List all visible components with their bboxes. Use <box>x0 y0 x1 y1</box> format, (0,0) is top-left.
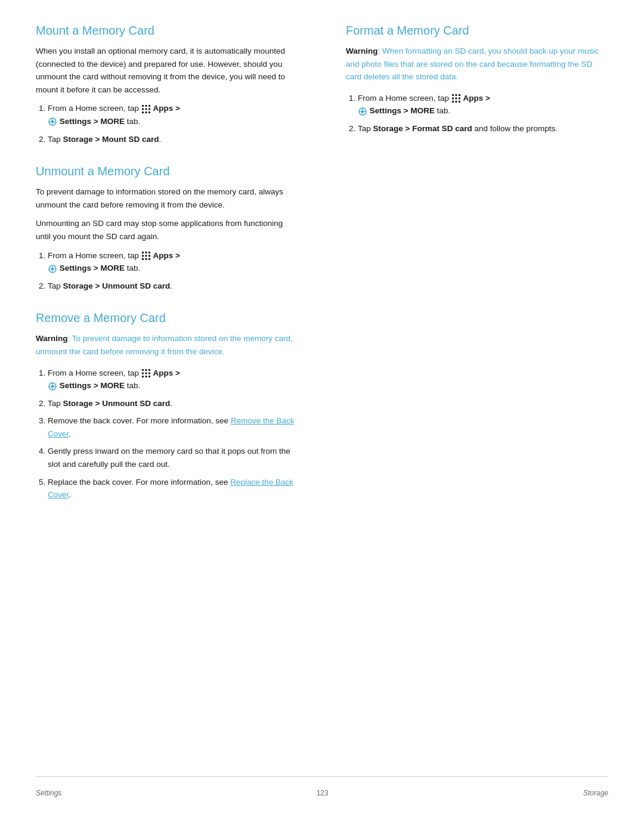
mount-step-2: Tap Storage > Mount SD card. <box>48 133 298 146</box>
svg-rect-30 <box>142 369 144 371</box>
format-step-1: From a Home screen, tap <box>358 92 608 117</box>
remove-apps-label: Apps > <box>153 368 180 377</box>
settings-icon-4 <box>358 107 367 115</box>
content-area: Mount a Memory Card When you install an … <box>36 24 608 753</box>
svg-rect-48 <box>452 98 454 100</box>
footer-page-number: 123 <box>317 789 329 797</box>
svg-rect-0 <box>142 105 144 107</box>
svg-point-25 <box>51 267 54 270</box>
unmount-settings-label: Settings > MORE <box>60 264 125 272</box>
svg-point-55 <box>361 110 364 113</box>
settings-icon-3 <box>48 382 57 390</box>
svg-rect-37 <box>145 376 147 377</box>
section-format: Format a Memory Card Warning: When forma… <box>346 24 608 135</box>
svg-rect-21 <box>142 258 144 260</box>
mount-step-1: From a Home screen, tap <box>48 102 298 128</box>
svg-rect-52 <box>455 101 457 103</box>
apps-icon-4 <box>452 94 460 102</box>
svg-rect-1 <box>145 105 147 107</box>
mount-storage-label: Storage > Mount SD card <box>63 135 159 144</box>
svg-rect-49 <box>455 98 457 100</box>
svg-rect-35 <box>148 372 150 374</box>
unmount-body1: To prevent damage to information stored … <box>36 185 298 211</box>
page-container: Mount a Memory Card When you install an … <box>0 0 644 833</box>
mount-apps-label: Apps > <box>153 104 180 113</box>
mount-settings-label: Settings > MORE <box>60 117 125 126</box>
svg-rect-3 <box>142 108 144 110</box>
section-unmount: Unmount a Memory Card To prevent damage … <box>36 165 298 292</box>
svg-rect-19 <box>145 255 147 256</box>
apps-icon-2 <box>142 251 150 259</box>
remove-step-2: Tap Storage > Unmount SD card. <box>48 397 298 410</box>
svg-rect-20 <box>148 255 150 256</box>
settings-icon-1 <box>48 117 57 125</box>
remove-step-3: Remove the back cover. For more informat… <box>48 414 298 440</box>
format-warning-text: : When formatting an SD card, you should… <box>346 47 599 81</box>
format-warning-label: Warning <box>346 47 378 55</box>
svg-rect-17 <box>148 252 150 253</box>
svg-rect-33 <box>142 372 144 374</box>
unmount-step-2: Tap Storage > Unmount SD card. <box>48 280 298 293</box>
svg-rect-22 <box>145 258 147 260</box>
format-apps-label: Apps > <box>463 94 490 103</box>
svg-rect-47 <box>459 94 460 96</box>
replace-back-cover-link[interactable]: Replace the Back Cover <box>48 478 293 500</box>
apps-icon-1 <box>142 104 150 113</box>
remove-steps: From a Home screen, tap <box>48 367 298 501</box>
format-storage-label: Storage > Format SD card <box>373 124 472 133</box>
remove-settings-label: Settings > MORE <box>60 381 125 390</box>
apps-icon-3 <box>142 368 150 377</box>
mount-steps: From a Home screen, tap <box>48 102 298 145</box>
page-footer: Settings 123 Storage <box>36 776 608 797</box>
section-remove: Remove a Memory Card Warning: To prevent… <box>36 311 298 501</box>
remove-step-4: Gently press inward on the memory card s… <box>48 445 298 470</box>
svg-rect-31 <box>145 369 147 371</box>
svg-rect-38 <box>148 376 150 377</box>
remove-title: Remove a Memory Card <box>36 311 298 325</box>
mount-title: Mount a Memory Card <box>36 24 298 38</box>
remove-unmount-label: Storage > Unmount SD card <box>63 399 171 408</box>
svg-rect-53 <box>459 101 460 103</box>
svg-rect-34 <box>145 372 147 374</box>
unmount-body2: Unmounting an SD card may stop some appl… <box>36 217 298 243</box>
svg-rect-2 <box>148 105 150 107</box>
svg-rect-16 <box>145 252 147 253</box>
remove-back-cover-link[interactable]: Remove the Back Cover <box>48 416 294 438</box>
svg-rect-6 <box>142 112 144 113</box>
svg-rect-23 <box>148 258 150 260</box>
section-mount: Mount a Memory Card When you install an … <box>36 24 298 145</box>
svg-rect-32 <box>148 369 150 371</box>
svg-rect-15 <box>142 252 144 253</box>
svg-rect-4 <box>145 108 147 110</box>
format-step-2: Tap Storage > Format SD card and follow … <box>358 122 608 135</box>
format-steps: From a Home screen, tap <box>358 92 608 135</box>
svg-rect-36 <box>142 376 144 377</box>
remove-warning-text: : To prevent damage to information store… <box>36 334 293 356</box>
right-column: Format a Memory Card Warning: When forma… <box>334 24 608 753</box>
svg-rect-51 <box>452 101 454 103</box>
mount-body: When you install an optional memory card… <box>36 45 298 96</box>
svg-rect-46 <box>455 94 457 96</box>
svg-point-10 <box>51 120 54 123</box>
format-settings-label: Settings > MORE <box>370 106 435 115</box>
svg-rect-45 <box>452 94 454 96</box>
unmount-title: Unmount a Memory Card <box>36 165 298 178</box>
svg-rect-8 <box>148 112 150 113</box>
unmount-step-1: From a Home screen, tap <box>48 249 298 275</box>
remove-warning: Warning: To prevent damage to informatio… <box>36 332 298 358</box>
svg-rect-18 <box>142 255 144 256</box>
svg-rect-5 <box>148 108 150 110</box>
svg-rect-7 <box>145 112 147 113</box>
footer-storage-label: Storage <box>583 789 608 797</box>
svg-rect-50 <box>459 98 460 100</box>
left-column: Mount a Memory Card When you install an … <box>36 24 310 753</box>
unmount-apps-label: Apps > <box>153 251 180 260</box>
settings-icon-2 <box>48 264 57 272</box>
remove-step-1: From a Home screen, tap <box>48 367 298 392</box>
remove-warning-label: Warning <box>36 334 68 343</box>
unmount-steps: From a Home screen, tap <box>48 249 298 293</box>
unmount-storage-label: Storage > Unmount SD card <box>63 281 171 290</box>
remove-step-5: Replace the back cover. For more informa… <box>48 476 298 501</box>
svg-point-40 <box>51 385 54 388</box>
format-title: Format a Memory Card <box>346 24 608 38</box>
